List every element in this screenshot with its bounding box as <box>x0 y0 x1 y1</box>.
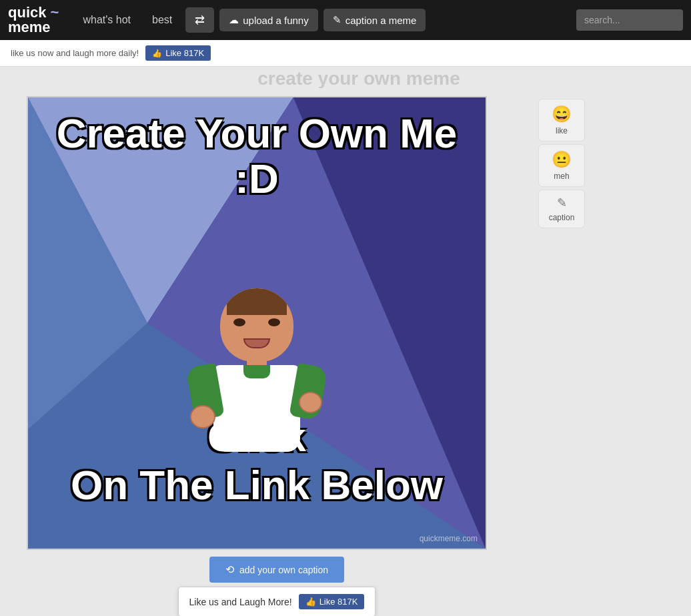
left-column: Create Your Own Me:D <box>27 96 527 616</box>
pencil-icon: ✎ <box>557 196 567 210</box>
like-emoji-icon: 😄 <box>552 105 572 123</box>
meh-emoji-icon: 😐 <box>552 150 572 169</box>
logo[interactable]: quick ~ meme <box>8 5 59 35</box>
navbar: quick ~ meme what's hot best ⇄ ☁ upload … <box>0 0 691 40</box>
add-caption-button[interactable]: ⟲ add your own caption <box>209 557 344 583</box>
fb-popup-like-button[interactable]: 👍 Like 817K <box>299 594 365 609</box>
fb-popup-text: Like us and Laugh More! <box>189 597 292 607</box>
shuffle-icon: ⇄ <box>195 13 205 27</box>
upload-button[interactable]: ☁ upload a funny <box>219 9 317 31</box>
fb-like-bar-button[interactable]: 👍 Like 817K <box>145 45 211 61</box>
fb-popup: Like us and Laugh More! 👍 Like 817K <box>178 587 376 616</box>
caption-nav-button[interactable]: ✎ caption a meme <box>323 9 426 31</box>
sidebar-like-button[interactable]: 😄 like <box>538 99 585 141</box>
right-sidebar: 😄 like 😐 meh ✎ caption <box>535 96 588 616</box>
fb-bar-text: like us now and laugh more daily! <box>11 48 139 58</box>
thumbs-up-popup-icon: 👍 <box>305 597 316 607</box>
caption-button-area: ⟲ add your own caption <box>27 557 527 583</box>
upload-icon: ☁ <box>229 14 239 26</box>
retweet-icon: ⟲ <box>225 563 234 576</box>
sidebar-meh-button[interactable]: 😐 meh <box>538 144 585 187</box>
caption-nav-icon: ✎ <box>333 14 341 26</box>
page-title: ​create your own meme <box>27 69 691 88</box>
meme-image: Create Your Own Me:D <box>27 96 487 550</box>
nav-whats-hot[interactable]: what's hot <box>75 9 139 31</box>
meme-watermark: quickmeme.com <box>420 534 478 543</box>
main-content: Create Your Own Me:D <box>0 89 691 616</box>
thumbs-up-icon: 👍 <box>152 49 162 58</box>
sidebar-caption-button[interactable]: ✎ caption <box>538 190 585 228</box>
meme-text-top: Create Your Own Me:D <box>28 111 486 202</box>
logo-text: quick ~ meme <box>8 5 59 35</box>
shuffle-button[interactable]: ⇄ <box>185 7 214 33</box>
nav-best[interactable]: best <box>144 9 180 31</box>
fb-bar: like us now and laugh more daily! 👍 Like… <box>0 40 691 67</box>
meme-baby-figure <box>177 288 337 475</box>
search-input[interactable] <box>576 9 683 31</box>
